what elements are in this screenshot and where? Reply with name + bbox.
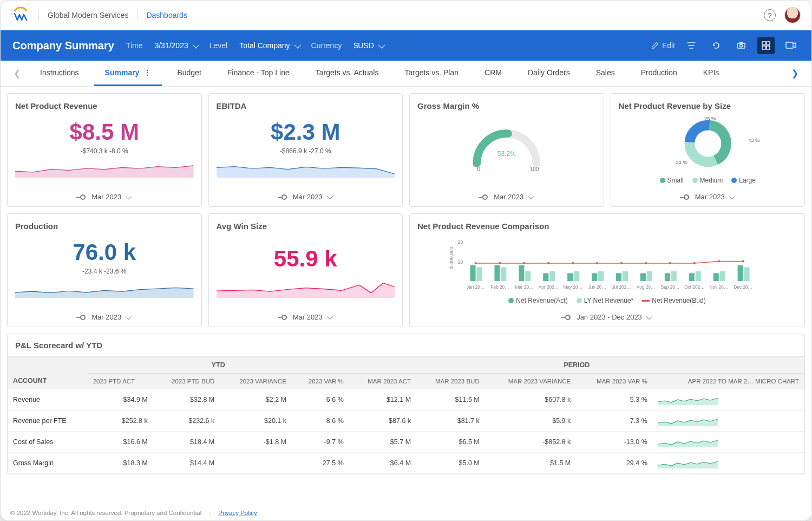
period-icon: [78, 194, 87, 200]
filter-currency-value[interactable]: $USD: [353, 41, 383, 50]
svg-rect-39: [696, 271, 701, 281]
dashboard-grid: Net Product Revenue $8.5 M -$740.3 k -8.…: [1, 87, 811, 334]
period-icon: [564, 315, 572, 320]
copyright-text: © 2022 Workday, Inc. All rights reserved…: [10, 510, 201, 516]
card-footer[interactable]: Mar 2023: [417, 188, 596, 201]
kpi-delta: -23.4 k -23.6 %: [15, 268, 194, 275]
svg-text:10: 10: [457, 259, 463, 265]
refresh-icon[interactable]: [708, 37, 725, 54]
col-group-period: PERIOD: [349, 357, 804, 374]
card-gross-margin[interactable]: Gross Margin % 53.2% 0 100 Mar 2023: [409, 93, 604, 207]
card-avg-win-size[interactable]: Avg Win Size 55.9 k Mar 2023: [208, 213, 403, 327]
svg-rect-43: [744, 267, 750, 281]
svg-rect-20: [470, 265, 476, 281]
filter-level-label: Level: [209, 41, 227, 50]
card-footer[interactable]: Mar 2023: [15, 309, 194, 321]
table-row[interactable]: Revenue per FTE$252.8 k$232.6 k$20.1 k8.…: [8, 411, 804, 432]
user-avatar[interactable]: [784, 7, 801, 23]
card-footer[interactable]: Mar 2023: [217, 309, 395, 321]
svg-text:Mar 20…: Mar 20…: [515, 285, 533, 290]
grid-view-icon[interactable]: [757, 37, 775, 54]
svg-rect-6: [767, 46, 770, 49]
tab-instructions[interactable]: Instructions: [29, 61, 90, 86]
svg-text:Sep 20…: Sep 20…: [661, 285, 679, 290]
kpi-value: 55.9 k: [217, 246, 395, 272]
period-icon: [682, 194, 691, 200]
workday-logo-icon: [11, 6, 30, 24]
pl-scorecard-table: P&L Scorecard w/ YTD ACCOUNT YTD PERIOD …: [7, 334, 805, 474]
tab-scroll-right-icon[interactable]: ❯: [787, 63, 803, 84]
tab-daily-orders[interactable]: Daily Orders: [517, 61, 581, 86]
card-production[interactable]: Production 76.0 k -23.4 k -23.6 % Mar 20…: [7, 213, 202, 327]
svg-rect-5: [762, 46, 765, 49]
period-icon: [280, 315, 289, 320]
tab-kpis[interactable]: KPIs: [692, 61, 730, 86]
present-icon[interactable]: [782, 37, 800, 54]
filter-time-label: Time: [126, 41, 143, 50]
svg-text:Feb 20…: Feb 20…: [491, 285, 509, 290]
tab-menu-icon[interactable]: ⋮: [143, 68, 151, 77]
svg-rect-40: [713, 273, 719, 281]
card-footer[interactable]: Jan 2023 - Dec 2023: [417, 309, 797, 321]
table-row[interactable]: Gross Margin$18.3 M$14.4 M27.5 %$6.4 M$5…: [8, 453, 804, 474]
divider: [137, 9, 137, 21]
card-footer[interactable]: Mar 2023: [15, 188, 194, 201]
card-ebitda[interactable]: EBITDA $2.3 M -$866.9 k -27.0 % Mar 2023: [208, 93, 403, 207]
edit-button[interactable]: Edit: [651, 41, 675, 50]
scorecard-table[interactable]: ACCOUNT YTD PERIOD 2023 PTD ACT 2023 PTD…: [8, 356, 804, 474]
tab-scroll-left-icon[interactable]: ❮: [9, 63, 25, 84]
card-net-product-revenue[interactable]: Net Product Revenue $8.5 M -$740.3 k -8.…: [7, 93, 202, 207]
card-footer[interactable]: Mar 2023: [217, 188, 395, 201]
svg-text:43 %: 43 %: [748, 138, 759, 143]
org-name: Global Modern Services: [48, 11, 128, 19]
comparison-chart: $,000,000 20 10 Jan 20…Feb 20…Mar 20…Apr…: [417, 234, 797, 294]
kpi-value: $8.5 M: [15, 119, 194, 145]
filter-icon[interactable]: [683, 37, 700, 54]
sparkline-chart: [217, 159, 395, 178]
filter-time-value[interactable]: 3/31/2023: [154, 41, 197, 50]
svg-text:0: 0: [477, 166, 481, 172]
tab-budget[interactable]: Budget: [166, 61, 212, 86]
svg-text:53.2%: 53.2%: [497, 150, 516, 158]
donut-legend: Small Medium Large: [619, 177, 797, 184]
col-account: ACCOUNT: [8, 357, 88, 389]
tab-finance-top-line[interactable]: Finance - Top Line: [217, 61, 300, 86]
tab-sales[interactable]: Sales: [585, 61, 626, 86]
tab-production[interactable]: Production: [630, 61, 688, 86]
table-row[interactable]: Cost of Sales$16.6 M$18.4 M-$1.8 M-9.7 %…: [8, 432, 804, 453]
help-icon[interactable]: ?: [764, 9, 776, 21]
svg-rect-31: [598, 271, 604, 281]
svg-text:20: 20: [457, 239, 463, 245]
tab-targets-vs-actuals[interactable]: Targets vs. Actuals: [305, 61, 390, 86]
chevron-down-icon: [528, 193, 532, 201]
filter-level-value[interactable]: Total Company: [239, 41, 299, 50]
svg-rect-30: [592, 273, 597, 281]
card-revenue-comparison[interactable]: Net Product Revenue Comparison $,000,000…: [409, 213, 805, 327]
tab-crm[interactable]: CRM: [474, 61, 513, 86]
svg-text:Dec 20…: Dec 20…: [734, 285, 752, 290]
period-icon: [280, 194, 289, 200]
svg-rect-23: [501, 267, 506, 281]
divider: [38, 9, 39, 21]
svg-text:Apr 202…: Apr 202…: [539, 285, 559, 290]
edit-label: Edit: [662, 41, 675, 50]
table-row[interactable]: Revenue$34.9 M$32.8 M$2.2 M6.6 %$12.1 M$…: [8, 389, 804, 411]
svg-rect-35: [647, 271, 652, 281]
filter-currency-label: Currency: [311, 41, 342, 50]
table-title: P&L Scorecard w/ YTD: [8, 334, 804, 356]
svg-rect-4: [767, 42, 770, 45]
svg-rect-41: [720, 271, 725, 281]
tab-targets-vs-plan[interactable]: Targets vs. Plan: [394, 61, 469, 86]
svg-text:33 %: 33 %: [676, 160, 687, 165]
svg-rect-32: [616, 273, 621, 281]
card-title: Net Product Revenue Comparison: [417, 222, 797, 231]
camera-icon[interactable]: [732, 37, 750, 54]
chevron-down-icon: [327, 313, 331, 321]
svg-text:100: 100: [530, 166, 539, 172]
card-footer[interactable]: Mar 2023: [619, 188, 797, 201]
tab-summary[interactable]: Summary⋮: [94, 61, 162, 86]
svg-text:Nov 20…: Nov 20…: [710, 285, 728, 290]
privacy-policy-link[interactable]: Privacy Policy: [218, 510, 257, 516]
breadcrumb-dashboards[interactable]: Dashboards: [146, 11, 187, 19]
card-revenue-by-size[interactable]: Net Product Revenue by Size 25 % 43 % 33…: [611, 93, 806, 207]
